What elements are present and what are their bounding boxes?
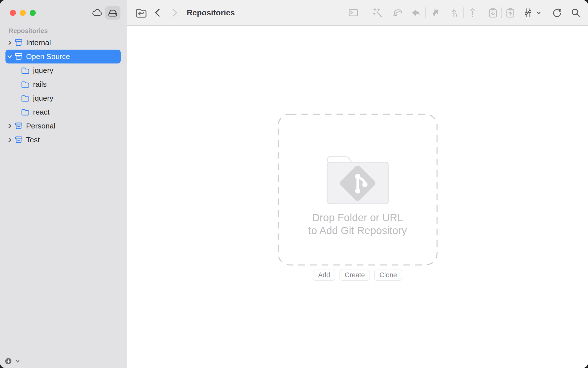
page-title: Repositories (187, 8, 235, 17)
sidebar-item-rails[interactable]: rails (0, 77, 127, 91)
repository-dropzone[interactable]: Drop Folder or URL to Add Git Repository (278, 114, 438, 266)
cloud-icon (92, 7, 103, 19)
sidebar-item-personal[interactable]: Personal (0, 119, 127, 133)
toolbar-separator (463, 7, 464, 18)
repository-tree: Internal Open Source (0, 36, 127, 147)
rebase-button[interactable] (466, 5, 479, 21)
toolbar-separator (501, 7, 502, 18)
minimize-button[interactable] (20, 10, 26, 16)
merge-button[interactable] (449, 5, 461, 21)
refresh-button[interactable] (551, 5, 563, 21)
quick-launch-icon (372, 7, 384, 19)
toolbar-separator (425, 7, 426, 18)
search-button[interactable] (569, 5, 582, 21)
terminal-icon (347, 7, 359, 19)
commit-graph-icon (523, 7, 534, 19)
sidebar: Repositories Internal (0, 0, 127, 368)
search-icon (570, 7, 582, 19)
traffic-lights (10, 10, 36, 16)
sidebar-item-label: jquery (0, 94, 53, 102)
back-icon (153, 7, 163, 18)
add-repository-button[interactable] (5, 358, 11, 364)
sidebar-item-test[interactable]: Test (0, 133, 127, 147)
push-button[interactable] (428, 5, 441, 21)
apply-stash-button[interactable] (504, 5, 516, 21)
sidebar-item-jquery-2[interactable]: jquery (0, 91, 127, 105)
apply-stash-icon (504, 7, 516, 19)
titlebar-left (0, 0, 127, 26)
fetch-icon (392, 7, 404, 19)
toolbar: Repositories (127, 0, 588, 26)
fetch-button[interactable] (391, 5, 404, 21)
add-menu-chevron-icon[interactable] (14, 358, 21, 364)
content-area: Drop Folder or URL to Add Git Repository… (127, 26, 588, 368)
sidebar-item-label: jquery (0, 66, 53, 75)
toolbar-separator (406, 7, 406, 18)
local-repositories-button[interactable] (105, 6, 120, 20)
merge-icon (449, 7, 461, 19)
toolbar-right (347, 5, 588, 21)
back-button[interactable] (152, 5, 163, 21)
hard-drive-icon (107, 7, 118, 19)
forward-button[interactable] (169, 5, 180, 21)
toolbar-separator (166, 7, 166, 18)
open-repository-folder-button[interactable] (135, 5, 147, 21)
sidebar-item-label: react (0, 108, 50, 116)
source-switcher (90, 6, 120, 20)
repository-actions: Add Create Clone (313, 270, 402, 281)
add-button[interactable]: Add (313, 270, 335, 281)
pull-icon (410, 7, 422, 19)
sidebar-item-internal[interactable]: Internal (0, 36, 127, 50)
refresh-icon (551, 7, 563, 19)
remote-accounts-button[interactable] (90, 6, 105, 20)
forward-icon (169, 7, 179, 18)
sidebar-item-label: Personal (0, 122, 55, 130)
stash-button[interactable] (487, 5, 499, 21)
pull-button[interactable] (410, 5, 422, 21)
sidebar-item-label: Internal (0, 38, 51, 47)
main-area: Repositories (127, 0, 588, 368)
create-button[interactable]: Create (339, 270, 370, 281)
push-icon (429, 7, 441, 19)
sidebar-item-label: Test (0, 136, 40, 144)
close-button[interactable] (10, 10, 16, 16)
terminal-button[interactable] (347, 5, 360, 21)
stash-icon (487, 7, 499, 19)
sidebar-header: Repositories (0, 26, 127, 36)
sidebar-item-open-source[interactable]: Open Source (0, 50, 127, 63)
sidebar-item-react[interactable]: react (0, 105, 127, 119)
sidebar-item-label: rails (0, 80, 47, 89)
rebase-icon (467, 7, 478, 19)
zoom-button[interactable] (30, 10, 36, 16)
app-window: Repositories Internal (0, 0, 588, 368)
dashed-border (278, 114, 438, 266)
sidebar-item-label: Open Source (0, 52, 70, 61)
open-repository-folder-icon (134, 6, 147, 19)
commit-graph-dropdown-button[interactable] (522, 5, 543, 21)
chevron-down-icon (536, 10, 542, 16)
sidebar-footer (0, 354, 127, 368)
quick-launch-button[interactable] (371, 5, 384, 21)
sidebar-item-jquery[interactable]: jquery (0, 63, 127, 77)
clone-button[interactable]: Clone (374, 270, 402, 281)
plus-icon (6, 359, 10, 363)
